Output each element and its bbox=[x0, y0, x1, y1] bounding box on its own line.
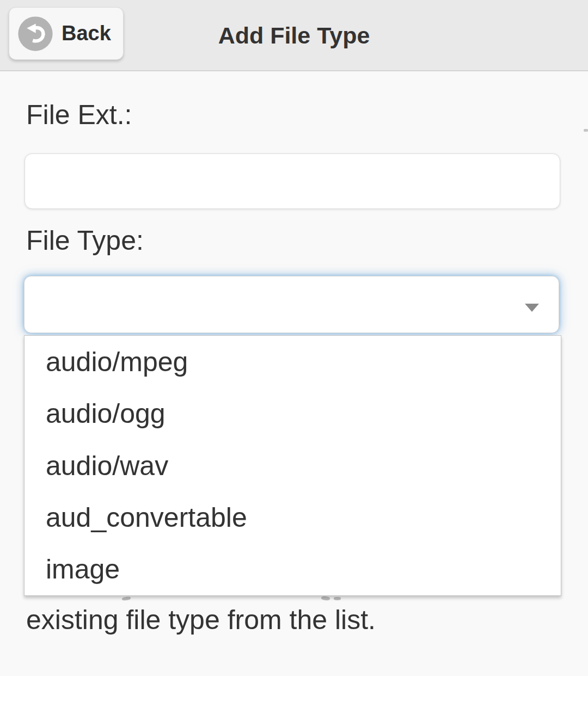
hidden-text-fragment bbox=[334, 597, 341, 600]
footer-strip bbox=[0, 676, 588, 702]
file-type-option[interactable]: audio/ogg bbox=[24, 387, 561, 439]
header-bar: Back Add File Type bbox=[0, 0, 588, 71]
file-ext-input[interactable] bbox=[24, 153, 560, 209]
file-type-option[interactable]: aud_convertable bbox=[24, 491, 561, 543]
back-icon bbox=[17, 16, 53, 52]
back-button[interactable]: Back bbox=[9, 7, 124, 60]
helper-text: existing file type from the list. bbox=[26, 603, 571, 637]
file-type-selected-value bbox=[41, 276, 510, 334]
file-type-option[interactable]: audio/wav bbox=[24, 440, 561, 491]
file-type-label: File Type: bbox=[26, 225, 144, 256]
scrollbar-thumb[interactable] bbox=[584, 129, 588, 132]
hidden-text-fragment bbox=[122, 596, 131, 601]
hidden-text-fragment bbox=[321, 596, 330, 601]
file-type-options: audio/mpegaudio/oggaudio/wavaud_converta… bbox=[24, 335, 561, 596]
file-ext-label: File Ext.: bbox=[26, 99, 132, 131]
chevron-down-icon bbox=[525, 304, 539, 312]
add-file-type-screen: Back Add File Type File Ext.: File Type:… bbox=[0, 0, 588, 702]
back-button-label: Back bbox=[62, 22, 111, 45]
file-type-option[interactable]: image bbox=[24, 544, 561, 595]
page-title: Add File Type bbox=[131, 0, 457, 71]
file-type-option[interactable]: audio/mpeg bbox=[24, 336, 561, 387]
file-type-select[interactable] bbox=[24, 276, 559, 333]
